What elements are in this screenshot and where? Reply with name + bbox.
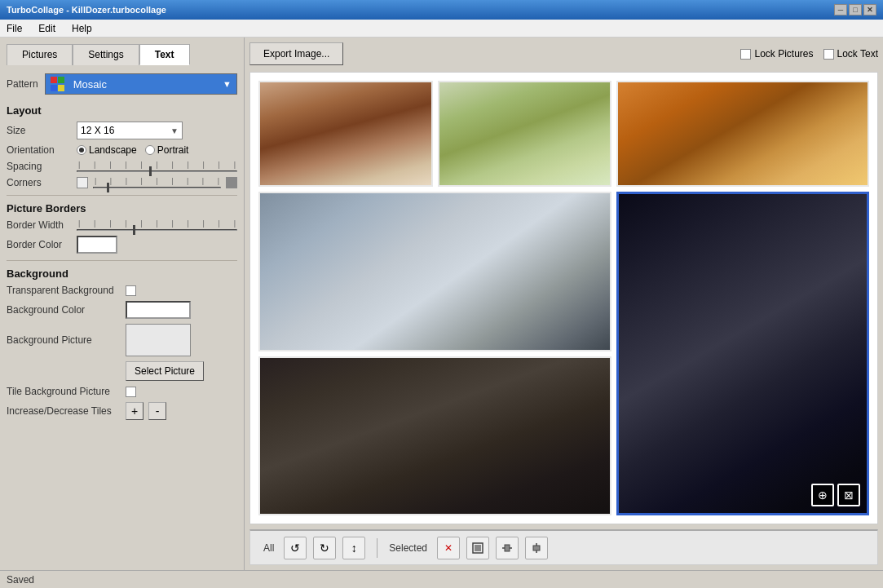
size-row: Size 12 X 16 ▼ [7, 122, 237, 139]
photo-5-overlay: ⊕ ⊠ [811, 484, 860, 506]
fit-button[interactable] [466, 537, 489, 559]
corner-square-left [77, 177, 88, 188]
lock-text-checkbox[interactable] [823, 49, 834, 60]
tiles-decrease-button[interactable]: - [148, 402, 166, 420]
pattern-value: Mosaic [73, 78, 107, 91]
bg-picture-box [126, 324, 191, 356]
portrait-radio-circle [145, 145, 155, 155]
photo-cell-2[interactable] [438, 81, 612, 187]
borders-header: Picture Borders [7, 202, 237, 214]
size-value: 12 X 16 [81, 125, 114, 136]
selected-label: Selected [389, 542, 427, 554]
background-header: Background [7, 267, 237, 280]
border-width-slider[interactable] [77, 229, 237, 231]
photo-cell-3[interactable] [616, 81, 869, 187]
main-container: Pictures Settings Text Pattern Mosai [0, 38, 883, 570]
corners-label: Corners [7, 177, 72, 188]
tile-checkbox[interactable] [126, 387, 136, 397]
close-button[interactable]: ✕ [863, 4, 876, 15]
stretch-h-button[interactable] [496, 537, 519, 559]
pattern-dropdown[interactable]: Mosaic ▼ [45, 73, 237, 95]
spacing-handle [149, 166, 152, 176]
left-panel: Pictures Settings Text Pattern Mosai [0, 38, 245, 570]
rotate-cw-button[interactable]: ↻ [313, 537, 336, 559]
corners-row: Corners | | | | | | | | | [7, 177, 237, 188]
bottom-toolbar: All ↺ ↻ ↕ Selected ✕ [249, 529, 878, 565]
tab-settings[interactable]: Settings [73, 44, 139, 65]
landscape-radio-circle [77, 145, 86, 155]
transparent-row: Transparent Background [7, 285, 237, 296]
landscape-label: Landscape [89, 144, 137, 156]
bg-color-swatch[interactable] [126, 301, 191, 319]
transparent-label: Transparent Background [7, 285, 121, 296]
spacing-slider[interactable] [77, 170, 237, 172]
border-color-swatch[interactable] [77, 236, 117, 254]
lock-text-label: Lock Text [837, 48, 878, 60]
rotate-ccw-button[interactable]: ↺ [284, 537, 307, 559]
status-bar: Saved [0, 570, 883, 588]
spacing-row: Spacing | | | | | | | | | | | [7, 161, 237, 172]
svg-rect-5 [533, 546, 540, 550]
size-arrow: ▼ [170, 126, 179, 135]
divider-1 [7, 195, 237, 196]
pattern-icon [51, 77, 65, 91]
orientation-group: Landscape Portrait [77, 144, 188, 156]
photo-cell-4[interactable] [258, 192, 611, 351]
tiles-row: Increase/Decrease Tiles + - [7, 402, 237, 420]
tile-row: Tile Background Picture [7, 386, 237, 397]
toolbar-sep-1 [377, 538, 377, 558]
size-dropdown[interactable]: 12 X 16 ▼ [77, 122, 183, 139]
window-controls: ─ □ ✕ [834, 4, 876, 15]
divider-2 [7, 260, 237, 261]
menu-edit[interactable]: Edit [35, 21, 59, 36]
lock-group: Lock Pictures Lock Text [740, 48, 878, 60]
lock-pictures-item: Lock Pictures [740, 48, 813, 60]
corners-slider[interactable] [93, 187, 221, 188]
border-width-row: Border Width | | | | | | | | | | | [7, 219, 237, 231]
portrait-radio[interactable]: Portrait [145, 144, 189, 156]
photo-5-resize-button[interactable]: ⊠ [837, 484, 860, 506]
tile-label: Tile Background Picture [7, 386, 121, 397]
landscape-radio[interactable]: Landscape [77, 144, 137, 156]
window-title: TurboCollage - KillDozer.turbocollage [7, 5, 166, 15]
border-color-row: Border Color [7, 236, 237, 254]
tab-text[interactable]: Text [139, 44, 190, 65]
right-area: Export Image... Lock Pictures Lock Text [245, 38, 883, 570]
tab-strip: Pictures Settings Text [7, 44, 237, 65]
tab-pictures[interactable]: Pictures [7, 44, 73, 65]
orientation-label: Orientation [7, 144, 72, 156]
menu-file[interactable]: File [3, 21, 25, 36]
top-toolbar: Export Image... Lock Pictures Lock Text [249, 42, 878, 65]
panel-scroll-area[interactable]: Pictures Settings Text Pattern Mosai [0, 38, 244, 570]
tiles-increase-button[interactable]: + [126, 402, 143, 420]
menu-bar: File Edit Help [0, 20, 883, 38]
delete-button[interactable]: ✕ [437, 537, 460, 559]
corners-handle [107, 183, 109, 192]
photo-5-move-button[interactable]: ⊕ [811, 484, 834, 506]
transparent-checkbox[interactable] [126, 285, 136, 296]
pattern-label: Pattern [7, 78, 38, 90]
photo-cell-6[interactable] [258, 356, 611, 515]
flip-button[interactable]: ↕ [342, 537, 365, 559]
spacing-slider-container: | | | | | | | | | | | [77, 161, 237, 172]
maximize-button[interactable]: □ [849, 4, 862, 15]
lock-pictures-checkbox[interactable] [740, 49, 751, 60]
all-label: All [263, 542, 274, 554]
collage-canvas: ⊕ ⊠ [249, 72, 878, 524]
export-button[interactable]: Export Image... [249, 42, 343, 65]
pattern-row: Pattern Mosaic ▼ [7, 73, 237, 95]
bg-picture-row: Background Picture [7, 324, 237, 356]
stretch-v-button[interactable] [525, 537, 548, 559]
pattern-dropdown-arrow: ▼ [223, 79, 232, 89]
border-width-handle [133, 225, 135, 235]
size-label: Size [7, 125, 72, 136]
select-picture-button[interactable]: Select Picture [126, 361, 204, 381]
menu-help[interactable]: Help [68, 21, 95, 36]
photo-cell-5[interactable]: ⊕ ⊠ [616, 192, 869, 515]
portrait-label: Portrait [157, 144, 189, 156]
lock-text-item: Lock Text [823, 48, 878, 60]
photo-cell-1[interactable] [258, 81, 433, 187]
minimize-button[interactable]: ─ [834, 4, 847, 15]
orientation-row: Orientation Landscape Portrait [7, 144, 237, 156]
border-width-label: Border Width [7, 219, 72, 231]
